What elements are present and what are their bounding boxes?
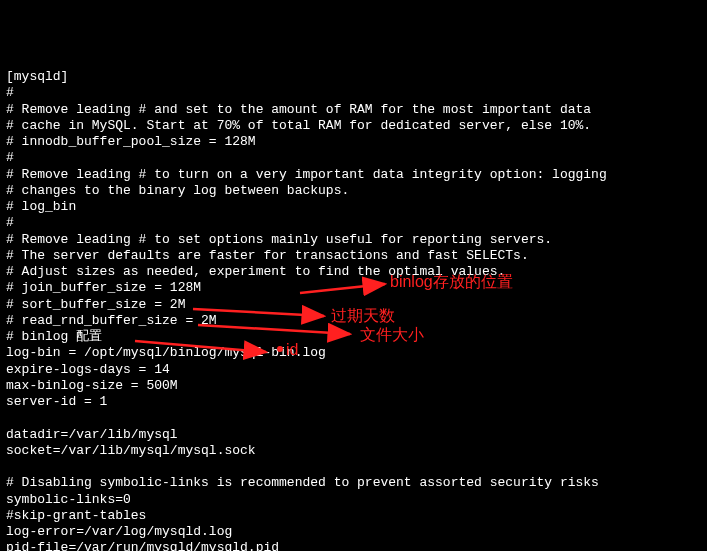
config-line: # changes to the binary log between back… (6, 183, 701, 199)
config-line: # binlog 配置 (6, 329, 701, 345)
config-line: datadir=/var/lib/mysql (6, 427, 701, 443)
config-line: # sort_buffer_size = 2M (6, 297, 701, 313)
config-line: # The server defaults are faster for tra… (6, 248, 701, 264)
config-line: # innodb_buffer_pool_size = 128M (6, 134, 701, 150)
config-line: # log_bin (6, 199, 701, 215)
config-line: # Remove leading # to set options mainly… (6, 232, 701, 248)
config-line: # cache in MySQL. Start at 70% of total … (6, 118, 701, 134)
config-line: # Remove leading # and set to the amount… (6, 102, 701, 118)
config-line: expire-logs-days = 14 (6, 362, 701, 378)
config-line: # Remove leading # to turn on a very imp… (6, 167, 701, 183)
config-line: # join_buffer_size = 128M (6, 280, 701, 296)
config-line: #skip-grant-tables (6, 508, 701, 524)
config-line: # (6, 215, 701, 231)
config-line: symbolic-links=0 (6, 492, 701, 508)
config-line: # (6, 150, 701, 166)
config-line: pid-file=/var/run/mysqld/mysqld.pid (6, 540, 701, 551)
config-line: # Disabling symbolic-links is recommende… (6, 475, 701, 491)
config-line: [mysqld] (6, 69, 701, 85)
config-line: server-id = 1 (6, 394, 701, 410)
config-line: # read_rnd_buffer_size = 2M (6, 313, 701, 329)
config-line: log-bin = /opt/mysql/binlog/mysql-bin.lo… (6, 345, 701, 361)
config-line (6, 459, 701, 475)
config-line (6, 410, 701, 426)
config-line: max-binlog-size = 500M (6, 378, 701, 394)
config-line: log-error=/var/log/mysqld.log (6, 524, 701, 540)
config-line: socket=/var/lib/mysql/mysql.sock (6, 443, 701, 459)
config-line: # (6, 85, 701, 101)
config-file-content: [mysqld]## Remove leading # and set to t… (6, 69, 701, 551)
config-line: # Adjust sizes as needed, experiment to … (6, 264, 701, 280)
